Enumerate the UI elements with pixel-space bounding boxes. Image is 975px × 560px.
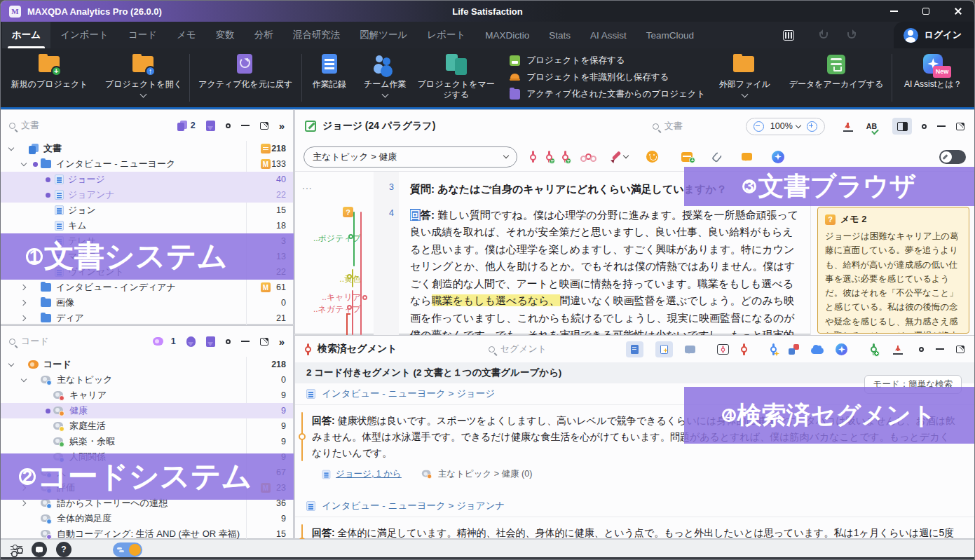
save-project-button[interactable]: プロジェクトを保存する: [510, 55, 708, 67]
tree-row[interactable]: 文書218: [1, 141, 293, 156]
ai-assist-icon[interactable]: [772, 151, 784, 163]
code-search-input[interactable]: コード: [9, 335, 49, 348]
undock-panel-icon[interactable]: [956, 346, 964, 353]
menu-tab-11[interactable]: AI Assist: [580, 22, 636, 48]
gear-icon[interactable]: [226, 339, 231, 344]
comment-icon[interactable]: [685, 346, 695, 353]
stripe-knot-negative[interactable]: [347, 305, 352, 310]
segment-document-ref[interactable]: ジョージ, 1 から: [322, 468, 402, 480]
minimize-button[interactable]: [878, 1, 910, 22]
tree-row[interactable]: キム18: [1, 218, 293, 233]
menu-tab-6[interactable]: 混合研究法: [283, 22, 350, 48]
gear-icon[interactable]: [226, 123, 231, 128]
segment-search-input[interactable]: セグメント: [489, 343, 547, 355]
memo-question-icon[interactable]: ?: [343, 207, 353, 217]
segment-source-link[interactable]: インタビュー - ニューヨーク > ジョアンナ: [295, 496, 974, 517]
tree-chevron-icon[interactable]: [19, 374, 30, 385]
menu-tab-5[interactable]: 分析: [245, 22, 283, 48]
feedback-icon[interactable]: [32, 542, 47, 557]
undo-activation-button[interactable]: アクティブ化を元に戻す: [190, 48, 301, 107]
tree-row[interactable]: ディア21: [1, 310, 293, 326]
memo-icon[interactable]: M: [261, 159, 271, 169]
teamwork-button[interactable]: チーム作業: [356, 48, 414, 107]
minimize-panel-icon[interactable]: [936, 348, 944, 350]
menu-tab-4[interactable]: 変数: [206, 22, 245, 48]
redo-icon[interactable]: [847, 32, 856, 39]
menu-tab-0[interactable]: ホーム: [2, 22, 50, 48]
stripe-code-label[interactable]: ..キャリア: [322, 292, 361, 303]
chevrons-right-icon[interactable]: »: [279, 121, 285, 131]
emoji-icon[interactable]: [646, 151, 658, 163]
stripe-knot-career[interactable]: [362, 295, 367, 300]
browser-search-input[interactable]: 文書: [653, 120, 683, 132]
sidebar-toggle-button[interactable]: [892, 118, 912, 135]
activated-codes-button[interactable]: 1: [153, 336, 176, 347]
stripe-knot-positive[interactable]: [348, 234, 353, 239]
memo-icon[interactable]: M: [261, 282, 271, 292]
coding-bracket[interactable]: [346, 313, 350, 335]
settings-sliders-icon[interactable]: [11, 545, 22, 555]
stripe-code-label[interactable]: ..ネガティブ: [313, 303, 361, 315]
code-filter-icon[interactable]: [186, 336, 196, 347]
export-icon[interactable]: [843, 121, 853, 132]
activation-grid-icon[interactable]: [783, 30, 794, 41]
zoom-out-icon[interactable]: [754, 121, 764, 132]
display-mode-star-button[interactable]: [655, 341, 673, 357]
edit-document-icon[interactable]: [305, 121, 316, 132]
zoom-control[interactable]: 100%: [746, 118, 825, 135]
logbook-button[interactable]: 作業記録: [302, 48, 357, 107]
tree-row[interactable]: 家庭生活9: [1, 418, 293, 434]
export-icon[interactable]: [893, 344, 903, 355]
tree-row[interactable]: インタビュー - ニューヨークM133: [1, 156, 293, 172]
tree-row[interactable]: ジョン15: [1, 203, 293, 218]
save-anonymized-button[interactable]: プロジェクトを非識別化し保存する: [510, 71, 708, 83]
tree-row[interactable]: コード218: [1, 357, 293, 372]
undock-panel-icon[interactable]: [260, 122, 268, 130]
display-mode-list-button[interactable]: [626, 341, 643, 357]
memo-icon[interactable]: [261, 144, 271, 153]
overview-of-segments-icon[interactable]: [717, 344, 729, 355]
archive-data-button[interactable]: データをアーカイブする: [781, 48, 891, 107]
tree-row[interactable]: ジョアンナ22: [1, 187, 293, 203]
code-sparkle-icon[interactable]: [770, 343, 777, 355]
menu-tab-12[interactable]: TeamCloud: [636, 22, 704, 48]
open-project-button[interactable]: ↑ プロジェクトを開く: [98, 48, 189, 107]
chevrons-right-icon[interactable]: »: [279, 336, 285, 347]
document-search-input[interactable]: 文書: [9, 119, 39, 132]
undo-icon[interactable]: [819, 32, 828, 39]
code-icon[interactable]: [530, 151, 536, 163]
tree-row[interactable]: インタビュー - インディアナM61: [1, 280, 293, 295]
minimize-panel-icon[interactable]: [241, 341, 250, 342]
quick-code-dropdown[interactable]: 主なトピック > 健康: [304, 146, 517, 168]
tree-row[interactable]: 全体的満足度9: [1, 511, 293, 526]
tree-row[interactable]: 主なトピック0: [1, 372, 293, 388]
comment-icon[interactable]: [742, 153, 752, 161]
menu-tab-3[interactable]: メモ: [167, 22, 206, 48]
menu-tab-10[interactable]: Stats: [539, 22, 580, 48]
ai-assist-button[interactable]: New AI Assistとは？: [892, 48, 974, 107]
quote-matrix-icon[interactable]: [789, 344, 799, 355]
menu-tab-2[interactable]: コード: [118, 22, 167, 48]
new-table-icon[interactable]: [681, 152, 693, 162]
undock-panel-icon[interactable]: [956, 123, 964, 130]
tree-chevron-icon[interactable]: [6, 359, 18, 370]
tree-row[interactable]: 画像0: [1, 295, 293, 310]
gear-icon[interactable]: [922, 124, 927, 129]
highlighter-icon[interactable]: [613, 151, 624, 163]
login-button[interactable]: ログイン: [894, 22, 974, 48]
theme-toggle[interactable]: [113, 542, 142, 557]
help-icon[interactable]: ?: [56, 542, 71, 557]
spellcheck-icon[interactable]: AB: [866, 122, 877, 130]
document-filter-icon[interactable]: [206, 336, 215, 347]
tree-row[interactable]: キャリア9: [1, 388, 293, 403]
menu-tab-7[interactable]: 図解ツール: [350, 22, 417, 48]
code-with-new-icon[interactable]: [546, 151, 552, 163]
emoticode-icon[interactable]: [585, 153, 592, 160]
document-filter-icon[interactable]: [206, 121, 215, 131]
tree-chevron-icon[interactable]: [19, 297, 30, 308]
tree-chevron-icon[interactable]: [19, 313, 30, 324]
edit-mode-toggle[interactable]: [939, 150, 966, 164]
code-in-vivo-icon[interactable]: [562, 151, 568, 163]
gear-icon[interactable]: [919, 347, 924, 352]
memo-box[interactable]: ? メモ 2 ジョージは困難なキャリア上の葛藤に直面している。夢を追うよりも、給…: [817, 207, 969, 334]
